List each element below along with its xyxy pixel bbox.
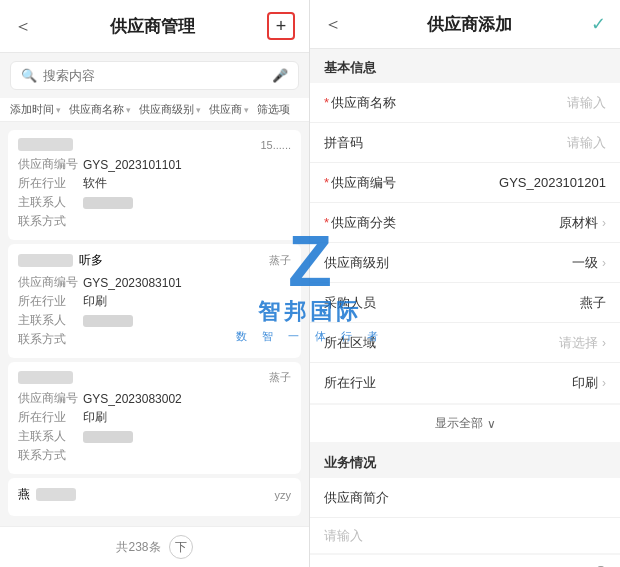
field-placeholder: 请选择 <box>404 334 598 352</box>
card-name-area <box>18 371 73 384</box>
search-icon: 🔍 <box>21 68 37 83</box>
field-arrow-icon: › <box>602 256 606 270</box>
code-value: GYS_2023101101 <box>83 158 182 172</box>
card-header: 15...... <box>18 138 291 151</box>
filter-label-time: 添加时间 <box>10 102 54 117</box>
expand-icon: ∨ <box>487 417 496 431</box>
field-supplier-category[interactable]: *供应商分类 原材料 › <box>310 203 620 243</box>
field-label: *供应商编号 <box>324 174 404 192</box>
field-pinyin[interactable]: 拼音码 请输入 <box>310 123 620 163</box>
field-value: 燕子 <box>404 294 606 312</box>
basic-expand-button[interactable]: 显示全部 ∨ <box>310 405 620 442</box>
card-code-row: 供应商编号 GYS_2023083101 <box>18 274 291 291</box>
confirm-button[interactable]: ✓ <box>591 13 606 35</box>
supplier-name-prefix: 燕 <box>18 486 30 503</box>
required-marker: * <box>324 175 329 190</box>
field-supplier-level[interactable]: 供应商级别 一级 › <box>310 243 620 283</box>
filter-level[interactable]: 供应商级别 ▾ <box>139 102 201 117</box>
contact-label: 主联系人 <box>18 312 83 329</box>
phone-label: 联系方式 <box>18 447 83 464</box>
left-panel: ＜ 供应商管理 + 🔍 🎤 添加时间 ▾ 供应商名称 ▾ 供应商级别 ▾ 供应商… <box>0 0 310 567</box>
filter-add-time[interactable]: 添加时间 ▾ <box>10 102 61 117</box>
add-supplier-button[interactable]: + <box>267 12 295 40</box>
card-name-area: 燕 <box>18 486 76 503</box>
supplier-card[interactable]: 燕 yzy <box>8 478 301 516</box>
right-header: ＜ 供应商添加 ✓ <box>310 0 620 49</box>
field-region[interactable]: 所在区域 请选择 › <box>310 323 620 363</box>
contact-label: 主联系人 <box>18 194 83 211</box>
field-arrow-icon: › <box>602 216 606 230</box>
supplier-list: 15...... 供应商编号 GYS_2023101101 所在行业 软件 主联… <box>0 122 309 526</box>
basic-form-card: *供应商名称 请输入 拼音码 请输入 *供应商编号 GYS_2023101201… <box>310 83 620 403</box>
card-header: 燕 yzy <box>18 486 291 503</box>
footer-bar: 共238条 下 <box>0 526 309 567</box>
intro-label-row: 供应商简介 <box>310 478 620 518</box>
contact-value-blur <box>83 197 133 209</box>
industry-label: 所在行业 <box>18 293 83 310</box>
required-marker: * <box>324 215 329 230</box>
business-footer: 🎤 <box>310 555 620 567</box>
card-code-row: 供应商编号 GYS_2023101101 <box>18 156 291 173</box>
code-label: 供应商编号 <box>18 274 83 291</box>
field-label: 所在行业 <box>324 374 404 392</box>
card-contact-row: 主联系人 <box>18 312 291 329</box>
right-back-button[interactable]: ＜ <box>324 12 348 36</box>
card-header: 蒸子 <box>18 370 291 385</box>
intro-textarea-row[interactable]: 请输入 <box>310 518 620 553</box>
search-input[interactable] <box>43 68 272 83</box>
industry-value: 印刷 <box>83 409 107 426</box>
code-label: 供应商编号 <box>18 390 83 407</box>
supplier-card[interactable]: 15...... 供应商编号 GYS_2023101101 所在行业 软件 主联… <box>8 130 301 240</box>
code-value: GYS_2023083002 <box>83 392 182 406</box>
filter-supplier[interactable]: 供应商 ▾ <box>209 102 249 117</box>
field-label: 采购人员 <box>324 294 404 312</box>
filter-label-supplier: 供应商 <box>209 102 242 117</box>
contact-value-blur <box>83 431 133 443</box>
industry-value: 印刷 <box>83 293 107 310</box>
field-industry[interactable]: 所在行业 印刷 › <box>310 363 620 403</box>
card-industry-row: 所在行业 软件 <box>18 175 291 192</box>
field-placeholder: 请输入 <box>404 94 606 112</box>
field-value: 一级 <box>404 254 598 272</box>
filter-arrow-name: ▾ <box>126 105 131 115</box>
supplier-card[interactable]: 蒸子 供应商编号 GYS_2023083002 所在行业 印刷 主联系人 联系方… <box>8 362 301 474</box>
left-back-button[interactable]: ＜ <box>14 14 38 38</box>
card-name-area <box>18 138 73 151</box>
field-purchaser[interactable]: 采购人员 燕子 <box>310 283 620 323</box>
supplier-name-blur <box>18 254 73 267</box>
intro-placeholder: 请输入 <box>324 528 363 543</box>
filter-arrow-time: ▾ <box>56 105 61 115</box>
right-panel: ＜ 供应商添加 ✓ 基本信息 *供应商名称 请输入 拼音码 请输入 *供应商编号 <box>310 0 620 567</box>
filter-options[interactable]: 筛选项 <box>257 102 290 117</box>
industry-label: 所在行业 <box>18 175 83 192</box>
basic-section-title: 基本信息 <box>310 49 620 83</box>
filter-name[interactable]: 供应商名称 ▾ <box>69 102 131 117</box>
field-supplier-name[interactable]: *供应商名称 请输入 <box>310 83 620 123</box>
filter-bar: 添加时间 ▾ 供应商名称 ▾ 供应商级别 ▾ 供应商 ▾ 筛选项 <box>0 98 309 122</box>
intro-label: 供应商简介 <box>324 489 404 507</box>
field-supplier-code[interactable]: *供应商编号 GYS_2023101201 <box>310 163 620 203</box>
phone-label: 联系方式 <box>18 213 83 230</box>
card-name-area: 听多 <box>18 252 103 269</box>
mic-icon[interactable]: 🎤 <box>272 68 288 83</box>
supplier-card[interactable]: 听多 蒸子 供应商编号 GYS_2023083101 所在行业 印刷 主联系人 … <box>8 244 301 358</box>
card-header: 听多 蒸子 <box>18 252 291 269</box>
field-arrow-icon: › <box>602 376 606 390</box>
supplier-name-blur <box>18 138 73 151</box>
load-more-button[interactable]: 下 <box>169 535 193 559</box>
contact-value-blur <box>83 315 133 327</box>
industry-label: 所在行业 <box>18 409 83 426</box>
supplier-name-blur <box>36 488 76 501</box>
field-value: 原材料 <box>404 214 598 232</box>
right-content: 基本信息 *供应商名称 请输入 拼音码 请输入 *供应商编号 GYS_20231… <box>310 49 620 567</box>
code-label: 供应商编号 <box>18 156 83 173</box>
filter-label-level: 供应商级别 <box>139 102 194 117</box>
total-count: 共238条 <box>116 539 160 556</box>
card-code-row: 供应商编号 GYS_2023083002 <box>18 390 291 407</box>
field-arrow-icon: › <box>602 336 606 350</box>
card-assignee: yzy <box>275 489 292 501</box>
field-value: GYS_2023101201 <box>404 175 606 190</box>
filter-label-name: 供应商名称 <box>69 102 124 117</box>
card-industry-row: 所在行业 印刷 <box>18 409 291 426</box>
card-contact-row: 主联系人 <box>18 194 291 211</box>
